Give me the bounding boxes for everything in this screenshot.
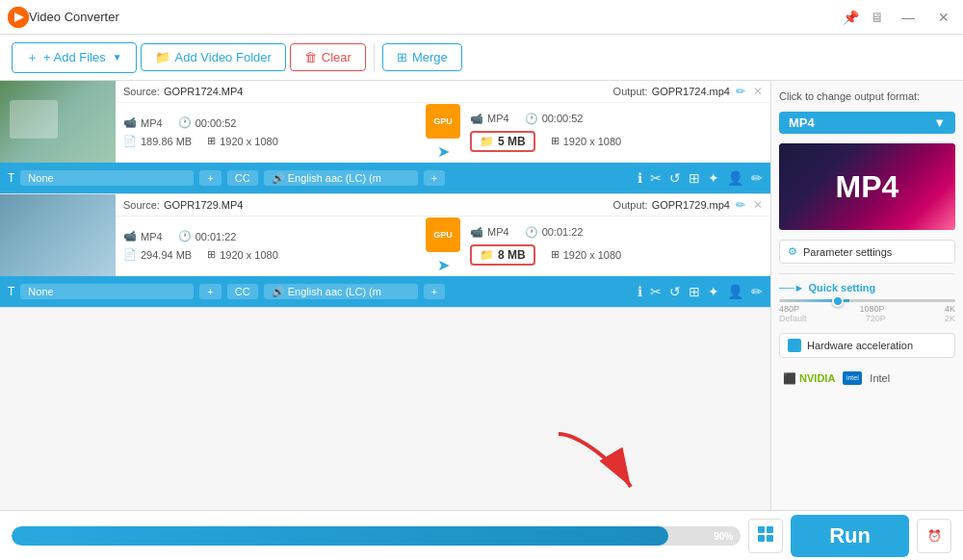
source-props-2b: 📄 294.94 MB ⊞ 1920 x 1080 (123, 248, 416, 261)
subtitle-icons-2: ℹ ✂ ↺ ⊞ ✦ 👤 ✏ (638, 284, 763, 299)
add-files-button[interactable]: ＋ + Add Files ▼ (12, 42, 137, 73)
add-subtitle-btn-2[interactable]: + (199, 284, 221, 299)
format-prop-2: 📹 MP4 (123, 230, 163, 242)
crop-icon-1[interactable]: ⊞ (689, 170, 700, 186)
gpu-badge-1: GPU (426, 104, 460, 139)
source-name-1: GOPR1724.MP4 (164, 86, 244, 97)
toolbar: ＋ + Add Files ▼ 📁 Add Video Folder 🗑 Cle… (0, 35, 963, 81)
resolution-icon: ⊞ (207, 135, 216, 147)
crop-icon-2[interactable]: ⊞ (689, 284, 700, 299)
run-button[interactable]: Run (791, 515, 909, 557)
arrow-right-2: ➤ (437, 256, 450, 274)
cut-icon-1[interactable]: ✂ (650, 170, 662, 186)
clear-button[interactable]: 🗑 Clear (290, 43, 366, 71)
batch-compression-button[interactable]: Batch compression (748, 519, 783, 553)
gpu-row: ⬛ NVIDIA intel Intel (779, 368, 955, 389)
edit-output-1[interactable]: ✏ (736, 85, 745, 98)
subtitle-bar-2: T None + CC 🔊 English aac (LC) (m + ℹ ✂ … (0, 276, 770, 307)
dropdown-arrow-icon[interactable]: ▼ (113, 52, 122, 63)
out-format-2: 📹 MP4 (470, 226, 509, 239)
video-icon: 📹 (123, 116, 137, 129)
source-props-1b: 📄 189.86 MB ⊞ 1920 x 1080 (123, 135, 416, 147)
quick-setting-label: ──► Quick setting (779, 282, 955, 293)
add-subtitle-btn-1[interactable]: + (199, 170, 221, 186)
res-out-icon-2: ⊞ (551, 248, 560, 261)
subtitle-icons-1: ℹ ✂ ↺ ⊞ ✦ 👤 ✏ (638, 170, 763, 186)
res-icon-2: ⊞ (207, 248, 216, 261)
source-name-2: GOPR1729.MP4 (164, 199, 244, 211)
screen-icon[interactable]: 🖥 (871, 10, 884, 25)
output-name-2: GOPR1729.mp4 (652, 199, 730, 211)
res-prop-2: ⊞ 1920 x 1080 (207, 248, 278, 261)
cc-btn-2[interactable]: CC (227, 284, 258, 299)
param-settings-button[interactable]: ⚙ Parameter settings (779, 240, 955, 264)
add-audio-btn-2[interactable]: + (424, 284, 445, 299)
source-label-1: Source: (123, 86, 160, 97)
close-button[interactable]: ✕ (932, 8, 955, 27)
text-icon-1: T (8, 171, 14, 185)
batch-icon (756, 524, 775, 547)
gpu-badge-2: GPU (426, 217, 460, 252)
clock-out-icon-2: 🕐 (525, 226, 538, 239)
hardware-acceleration-button[interactable]: Hardware acceleration (779, 333, 955, 358)
cc-btn-1[interactable]: CC (227, 170, 258, 186)
app-icon (8, 7, 29, 28)
clock-icon: 🕐 (178, 116, 192, 129)
subtitle-none-dropdown-2[interactable]: None (20, 284, 194, 299)
title-bar: Video Converter 📌 🖥 — ✕ (0, 0, 963, 35)
add-audio-btn-1[interactable]: + (424, 170, 445, 186)
file-item: Source: GOPR1724.MP4 Output: GOPR1724.mp… (0, 81, 770, 194)
info-icon-2[interactable]: ℹ (638, 284, 642, 299)
subtitle-none-dropdown-1[interactable]: None (20, 170, 194, 186)
edit-icon-1[interactable]: ✏ (751, 170, 763, 186)
clock-icon-2: 🕐 (178, 230, 192, 242)
arrow-icon: ──► (779, 282, 804, 293)
rotate-icon-1[interactable]: ↺ (669, 170, 681, 186)
add-folder-button[interactable]: 📁 Add Video Folder (141, 43, 286, 71)
edit-icon-2[interactable]: ✏ (751, 284, 763, 299)
enhance-icon-1[interactable]: ✦ (708, 170, 719, 186)
file-icon-2: 📄 (123, 248, 137, 261)
format-name: MP4 (789, 115, 815, 130)
watermark-icon-2[interactable]: 👤 (727, 284, 743, 299)
clear-icon: 🗑 (304, 50, 317, 64)
source-label-2: Source: (123, 199, 160, 211)
output-size-box-2: 📁 8 MB (470, 244, 535, 266)
info-icon-1[interactable]: ℹ (638, 170, 642, 186)
pin-icon[interactable]: 📌 (843, 10, 859, 25)
audio-dropdown-1[interactable]: 🔊 English aac (LC) (m (264, 170, 418, 186)
audio-dropdown-2[interactable]: 🔊 English aac (LC) (m (264, 284, 418, 299)
bottom-bar: 90% Batch compression Run ⏰ (0, 510, 963, 560)
subtitle-bar-1: T None + CC 🔊 English aac (LC) (m + ℹ ✂ … (0, 163, 770, 193)
enhance-icon-2[interactable]: ✦ (708, 284, 719, 299)
cut-icon-2[interactable]: ✂ (650, 284, 662, 299)
duration-prop-2: 🕐 00:01:22 (178, 230, 237, 242)
rotate-icon-2[interactable]: ↺ (669, 284, 681, 299)
slider-thumb[interactable] (832, 295, 844, 307)
settings-icon: ⚙ (788, 245, 797, 258)
merge-button[interactable]: ⊞ Merge (382, 43, 462, 71)
watermark-icon-1[interactable]: 👤 (727, 170, 743, 186)
slider-labels: 480P 1080P 4K (779, 304, 955, 314)
out-res-2: ⊞ 1920 x 1080 (551, 248, 622, 261)
close-file-2[interactable]: ✕ (753, 198, 763, 212)
slider-track (779, 299, 955, 302)
alarm-button[interactable]: ⏰ (917, 519, 951, 553)
video-out-icon-2: 📹 (470, 226, 483, 239)
svg-rect-4 (758, 535, 765, 542)
svg-rect-3 (767, 526, 773, 533)
format-prop-1: 📹 MP4 (123, 116, 163, 129)
alarm-icon: ⏰ (927, 529, 942, 543)
right-panel: Click to change output format: MP4 ▼ MP4… (770, 81, 963, 510)
quality-slider[interactable]: 480P 1080P 4K Default 720P 2K (779, 299, 955, 323)
close-file-1[interactable]: ✕ (753, 85, 763, 98)
intel-text: Intel (870, 372, 890, 384)
title-bar-actions: 📌 🖥 — ✕ (843, 8, 955, 27)
edit-output-2[interactable]: ✏ (736, 198, 745, 212)
output-props-2: 📹 MP4 🕐 00:01:22 (470, 226, 763, 239)
format-selector[interactable]: MP4 ▼ (779, 112, 955, 134)
format-preview-text: MP4 (836, 169, 899, 205)
minimize-button[interactable]: — (896, 8, 921, 27)
output-size-box-1: 📁 5 MB (470, 131, 535, 152)
progress-fill (12, 526, 668, 546)
